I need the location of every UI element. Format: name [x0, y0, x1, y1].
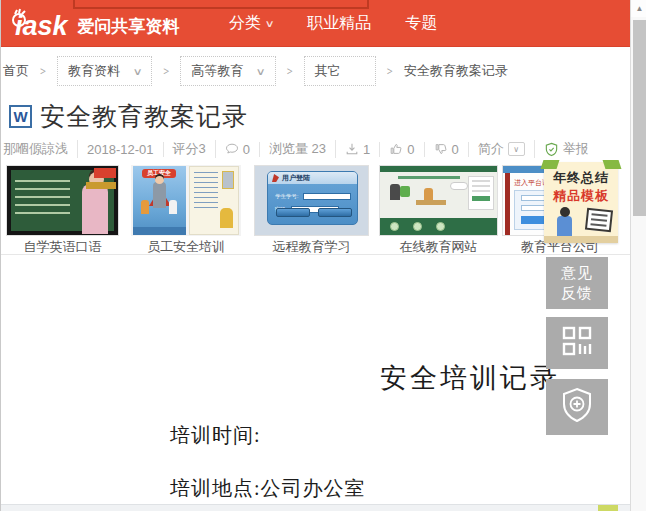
dislikes-stat[interactable]: 0 — [425, 142, 469, 157]
feedback-label-line1: 意见 — [561, 263, 593, 283]
speech-bubble-graphic — [450, 182, 468, 190]
headline-graphic — [398, 176, 460, 179]
poster-right-page — [189, 166, 239, 235]
nav-categories[interactable]: 分类 ∨ — [229, 13, 273, 34]
text-lines-graphic — [194, 172, 218, 212]
desk-graphic — [416, 200, 446, 205]
hero-figure-head — [155, 176, 164, 184]
page-break-strip — [1, 504, 630, 511]
breadcrumb-separator-icon: ＞ — [385, 62, 395, 80]
side-panel-graphic — [468, 176, 494, 210]
feedback-button[interactable]: 意见 反馈 — [546, 257, 608, 309]
red-stripe-graphic — [505, 173, 510, 236]
related-thumb-staff-safety[interactable]: 员工安全 — [131, 165, 241, 236]
breadcrumb-home[interactable]: 首页 — [3, 62, 29, 80]
rooster-logo-icon — [9, 8, 29, 28]
qr-code-button[interactable] — [546, 317, 608, 369]
thumbs-up-icon — [389, 142, 403, 156]
upload-date: 2018-12-01 — [78, 142, 164, 157]
hazmat-figure — [220, 208, 233, 228]
related-thumb-remote-learning[interactable]: 用户登陆 学生学号: 密码: — [254, 165, 369, 236]
child-figure — [424, 188, 433, 200]
hero-figure — [153, 182, 166, 208]
rating-label: 评分3 — [164, 140, 216, 158]
ad-cartoon-scene — [544, 207, 618, 243]
site-logo[interactable]: iask 爱问共享资料 — [9, 8, 180, 42]
ribbon-graphic — [541, 160, 560, 169]
login-buttons — [276, 208, 352, 217]
document-meta-row: 那嗰傆諒浅 2018-12-01 评分3 0 浏览量 23 1 0 0 — [3, 139, 598, 159]
site-header: iask 爱问共享资料 分类 ∨ 职业精品 专题 — [1, 0, 630, 47]
register-button — [318, 208, 352, 217]
breadcrumb-separator-icon: ＞ — [38, 62, 48, 80]
chevron-down-icon: ∨ — [256, 66, 266, 77]
document-line-training-place: 培训地点:公司办公室 — [170, 475, 366, 502]
main-nav: 分类 ∨ 职业精品 专题 — [229, 0, 437, 47]
floor-graphic — [544, 236, 618, 243]
login-panel-graphic: 用户登陆 学生学号: 密码: — [267, 171, 358, 225]
child-figure — [390, 184, 400, 200]
views-stat: 浏览量 23 — [260, 140, 336, 158]
teacher-figure — [82, 184, 108, 234]
breadcrumb-separator-icon: ＞ — [285, 62, 295, 80]
report-button[interactable]: 举报 — [535, 140, 598, 158]
ribbon-graphic — [603, 160, 622, 169]
child-figure — [141, 200, 149, 214]
thumbs-down-icon — [434, 142, 448, 156]
related-thumb-online-education-site[interactable] — [379, 165, 498, 236]
next-ad-peek — [598, 505, 618, 511]
ground-strip — [133, 227, 186, 235]
breadcrumb-level2-dropdown[interactable]: 高等教育 ∨ — [180, 56, 275, 86]
year-end-template-ad[interactable]: 年终总结 精品模板 — [544, 162, 618, 243]
poster-left-page: 员工安全 — [133, 166, 186, 235]
login-field1-label: 学生学号: — [275, 192, 298, 200]
login-panel-title: 用户登陆 — [268, 172, 357, 184]
login-field1-input — [303, 193, 351, 200]
vertical-scrollbar[interactable]: ▲ — [630, 0, 646, 511]
downloads-stat[interactable]: 1 — [336, 142, 380, 157]
page: iask 爱问共享资料 分类 ∨ 职业精品 专题 首页 ＞ 教育资料 ∨ ＞ 高… — [0, 0, 646, 511]
word-file-icon: W — [9, 105, 32, 128]
site-topbar-graphic — [380, 166, 497, 172]
related-thumb-english-speaking[interactable] — [6, 165, 119, 236]
author-name[interactable]: 那嗰傆諒浅 — [3, 140, 78, 158]
avatar-circle — [436, 222, 445, 231]
ad-line1: 年终总结 — [544, 169, 618, 187]
document-line-training-time: 培训时间: — [170, 422, 261, 449]
comment-bubble-icon — [225, 142, 239, 156]
chevron-down-icon: ∨ — [133, 66, 143, 77]
chevron-down-icon: ∨ — [508, 142, 525, 156]
site-name: 爱问共享资料 — [78, 15, 180, 42]
protect-button[interactable] — [546, 379, 608, 435]
nav-pro[interactable]: 职业精品 — [307, 13, 371, 34]
chalk-text-lines — [15, 180, 70, 220]
chevron-down-icon: ∨ — [265, 18, 275, 29]
nav-topics[interactable]: 专题 — [405, 13, 437, 34]
breadcrumb-level1-dropdown[interactable]: 教育资料 ∨ — [57, 56, 152, 86]
breadcrumb-current: 安全教育教案记录 — [404, 62, 508, 80]
likes-stat[interactable]: 0 — [380, 142, 424, 157]
whiteboard-graphic — [585, 208, 613, 233]
site-footer-graphic — [380, 218, 497, 235]
avatar-circle — [390, 222, 399, 231]
page-title: 安全教育教案记录 — [40, 100, 248, 133]
feedback-label-line2: 反馈 — [561, 283, 593, 303]
document-preview: 安全培训记录 培训时间: 培训地点:公司办公室 — [1, 255, 630, 504]
ad-line2: 精品模板 — [544, 187, 618, 205]
qr-code-icon — [561, 325, 593, 361]
shield-icon — [544, 142, 559, 157]
breadcrumb: 首页 ＞ 教育资料 ∨ ＞ 高等教育 ∨ ＞ 其它 ＞ 安全教育教案记录 — [3, 48, 623, 94]
child-figure — [169, 200, 177, 214]
red-label — [94, 168, 116, 178]
intro-toggle[interactable]: 简介 ∨ — [469, 140, 535, 158]
scroll-up-arrow-icon[interactable]: ▲ — [631, 0, 646, 17]
scrollbar-thumb[interactable] — [633, 20, 646, 216]
comments-stat[interactable]: 0 — [216, 142, 260, 157]
schoolbag-graphic — [400, 186, 410, 197]
shield-plus-icon — [560, 387, 594, 427]
illustration-figure — [222, 171, 234, 189]
yellow-label — [86, 182, 116, 189]
breadcrumb-separator-icon: ＞ — [161, 62, 171, 80]
avatar-circle — [413, 222, 422, 231]
breadcrumb-level3-box[interactable]: 其它 — [304, 56, 376, 86]
